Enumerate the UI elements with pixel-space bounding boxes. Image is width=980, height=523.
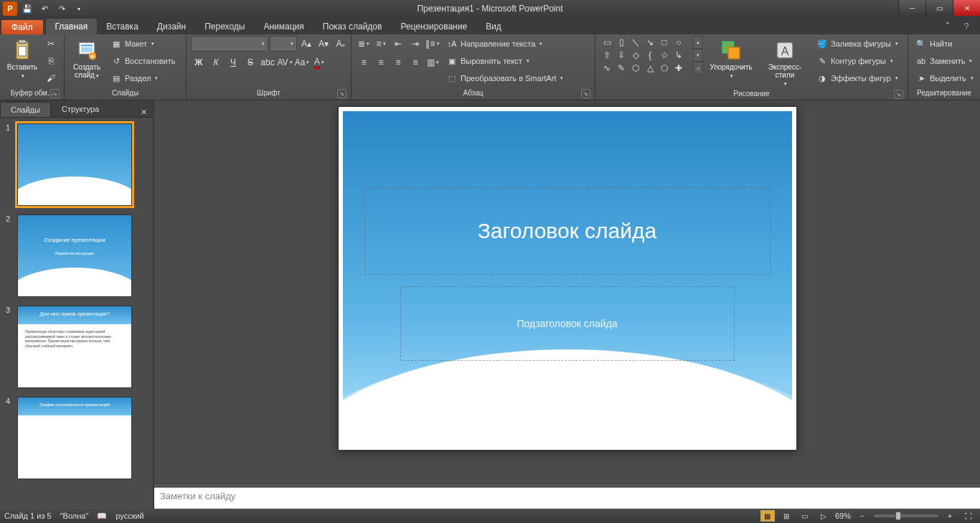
maximize-button[interactable]: ▭ <box>925 0 953 16</box>
convert-smartart-button[interactable]: ⬚Преобразовать в SmartArt ▾ <box>443 70 566 86</box>
format-painter-button[interactable]: 🖌 <box>43 70 59 86</box>
shape-freeform-icon[interactable]: ✎ <box>615 62 628 74</box>
char-spacing-button[interactable]: AV▾ <box>277 55 293 70</box>
drawing-launcher[interactable]: ↘ <box>894 90 903 99</box>
tab-transitions[interactable]: Переходы <box>195 19 254 34</box>
thumbnail-4[interactable]: 4 График популярности презентаций <box>6 397 147 479</box>
panel-tab-slides[interactable]: Слайды <box>0 102 51 117</box>
justify-button[interactable]: ≡ <box>407 55 423 70</box>
shape-diamond-icon[interactable]: ◇ <box>629 50 642 61</box>
decrease-indent-button[interactable]: ⇤ <box>390 36 406 52</box>
view-slideshow-button[interactable]: ▷ <box>816 510 831 522</box>
select-button[interactable]: ➤Выделить ▾ <box>913 70 976 86</box>
qat-undo[interactable]: ↶ <box>37 1 52 16</box>
app-icon[interactable]: P <box>3 1 17 16</box>
text-shadow-button[interactable]: abc <box>260 55 275 70</box>
tab-review[interactable]: Рецензирование <box>391 19 476 34</box>
find-button[interactable]: 🔍Найти <box>913 36 976 52</box>
slide-canvas[interactable]: Заголовок слайда Подзаголовок слайда <box>154 100 980 484</box>
paragraph-launcher[interactable]: ↘ <box>581 89 590 98</box>
tab-design[interactable]: Дизайн <box>148 19 195 34</box>
thumbnail-2[interactable]: 2 Создание презентации Разработка инстру… <box>6 215 147 297</box>
bullets-button[interactable]: ≣▾ <box>356 36 372 52</box>
shape-textbox-icon[interactable]: ▯ <box>615 37 628 48</box>
align-left-button[interactable]: ≡ <box>356 55 372 70</box>
underline-button[interactable]: Ч <box>225 55 241 70</box>
zoom-slider[interactable] <box>874 514 938 517</box>
shape-arrow-icon[interactable]: ↘ <box>644 37 656 48</box>
shape-effects-button[interactable]: ◑Эффекты фигур ▾ <box>814 70 901 86</box>
columns-button[interactable]: ▥▾ <box>425 55 440 70</box>
shape-rect2-icon[interactable]: □ <box>658 37 671 48</box>
shape-star-icon[interactable]: ☆ <box>658 50 671 61</box>
quick-styles-button[interactable]: A Экспресс-стили▾ <box>759 36 811 88</box>
shape-outline-button[interactable]: ✎Контур фигуры ▾ <box>814 53 901 69</box>
qat-save[interactable]: 💾 <box>20 1 34 16</box>
increase-indent-button[interactable]: ⇥ <box>407 36 423 52</box>
text-direction-button[interactable]: ↕AНаправление текста ▾ <box>443 36 566 52</box>
close-button[interactable]: ✕ <box>953 0 980 16</box>
tab-view[interactable]: Вид <box>476 19 511 34</box>
bold-button[interactable]: Ж <box>191 55 207 70</box>
shape-rect-icon[interactable]: ▭ <box>600 37 613 48</box>
qat-customize[interactable]: ▾ <box>72 1 86 16</box>
help-icon[interactable]: ? <box>958 19 974 34</box>
grow-font-button[interactable]: A▴ <box>298 36 314 52</box>
cut-button[interactable]: ✂ <box>43 36 59 52</box>
tab-home[interactable]: Главная <box>46 19 98 34</box>
thumbnail-1[interactable]: 1 <box>6 123 147 206</box>
tab-insert[interactable]: Вставка <box>97 19 148 34</box>
align-center-button[interactable]: ≡ <box>373 55 389 70</box>
shapes-gallery[interactable]: ▭ ▯ ＼ ↘ □ ○ ⇧ ⇩ ◇ { ☆ ↳ ∿ ✎ ⬡ △ ⬠ <box>600 36 693 75</box>
new-slide-button[interactable]: ✦ Создать слайд▾ <box>69 36 105 80</box>
shape-oval-icon[interactable]: ○ <box>672 37 685 48</box>
panel-close-button[interactable]: ✕ <box>135 108 153 117</box>
shapes-scroll[interactable]: ▴▾≡ <box>693 36 703 75</box>
zoom-in-button[interactable]: + <box>943 510 957 522</box>
font-launcher[interactable]: ↘ <box>337 89 347 98</box>
view-reading-button[interactable]: ▭ <box>798 510 812 522</box>
shape-tri-icon[interactable]: △ <box>644 62 656 74</box>
clear-formatting-button[interactable]: Aₓ <box>333 36 349 52</box>
shape-uparrow-icon[interactable]: ⇧ <box>600 50 613 61</box>
shape-cross-icon[interactable]: ✚ <box>672 62 685 74</box>
zoom-level[interactable]: 69% <box>835 512 851 520</box>
tab-slideshow[interactable]: Показ слайдов <box>314 19 392 34</box>
panel-tab-outline[interactable]: Структура <box>51 101 110 117</box>
font-family-combo[interactable]: ▾ <box>191 36 268 52</box>
notes-pane[interactable]: Заметки к слайду <box>154 487 980 509</box>
shape-line-icon[interactable]: ＼ <box>629 37 642 48</box>
copy-button[interactable]: ⎘ <box>43 53 59 69</box>
qat-redo[interactable]: ↷ <box>55 1 69 16</box>
shape-brace-icon[interactable]: { <box>644 50 656 61</box>
view-normal-button[interactable]: ▦ <box>760 510 775 522</box>
status-language[interactable]: русский <box>116 512 143 520</box>
replace-button[interactable]: abЗаменить ▾ <box>913 53 976 69</box>
status-spellcheck-icon[interactable]: 📖 <box>97 512 107 521</box>
shape-curve-icon[interactable]: ∿ <box>600 62 613 74</box>
section-button[interactable]: ▤Раздел ▾ <box>108 70 178 86</box>
change-case-button[interactable]: Aa▾ <box>294 55 310 70</box>
shape-downarrow-icon[interactable]: ⇩ <box>615 50 628 61</box>
reset-button[interactable]: ↺Восстановить <box>108 53 178 69</box>
shape-hex-icon[interactable]: ⬡ <box>629 62 642 74</box>
font-size-combo[interactable]: ▾ <box>270 36 297 52</box>
shape-connector-icon[interactable]: ↳ <box>672 50 685 61</box>
paste-button[interactable]: Вставить▾ <box>4 36 40 80</box>
font-color-button[interactable]: A▾ <box>311 55 327 70</box>
strike-button[interactable]: S <box>242 55 258 70</box>
layout-button[interactable]: ▦Макет ▾ <box>108 36 178 52</box>
arrange-button[interactable]: Упорядочить▾ <box>706 36 756 80</box>
tab-file[interactable]: Файл <box>1 20 43 34</box>
numbering-button[interactable]: ≡▾ <box>373 36 389 52</box>
ribbon-minimize-icon[interactable]: ˇ <box>940 19 956 34</box>
shape-pent-icon[interactable]: ⬠ <box>658 62 671 74</box>
view-sorter-button[interactable]: ⊞ <box>779 510 793 522</box>
fit-window-button[interactable]: ⛶ <box>961 510 976 522</box>
align-text-button[interactable]: ▣Выровнять текст ▾ <box>443 53 566 69</box>
clipboard-launcher[interactable]: ↘ <box>50 89 60 98</box>
thumbnail-3[interactable]: 3 Для чего нужна презентация? Презентаци… <box>6 306 147 388</box>
subtitle-placeholder[interactable]: Подзаголовок слайда <box>400 286 735 361</box>
tab-animations[interactable]: Анимация <box>254 19 313 34</box>
minimize-button[interactable]: ─ <box>898 0 925 16</box>
